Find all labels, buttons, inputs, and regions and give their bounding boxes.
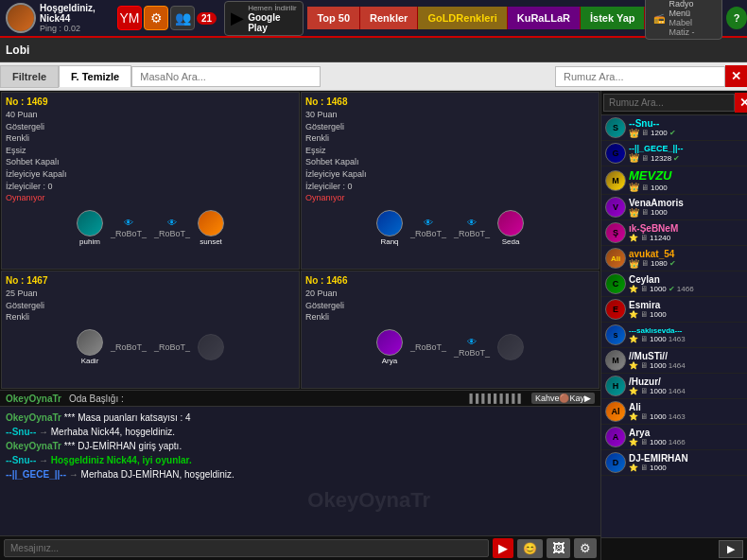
list-item-sebnem[interactable]: Ş ık-ŞeBNeM ⭐ 🖥 11240 bbox=[601, 220, 747, 246]
menu-btn-renkler[interactable]: Renkler bbox=[360, 7, 418, 29]
player-avatar-arya bbox=[376, 329, 403, 356]
rumuz-search-input[interactable] bbox=[555, 66, 725, 87]
player-name-ranq: Ranq bbox=[380, 237, 398, 246]
table-card-1468[interactable]: No : 1468 30 Puan Göstergeli Renkli Eşsi… bbox=[301, 92, 599, 270]
emoji-button[interactable]: 😊 bbox=[517, 539, 543, 558]
kahve-button[interactable]: Kahve🟤Kay▶ bbox=[531, 393, 595, 404]
table-ref-musti: 1464 bbox=[669, 361, 686, 370]
crown-icon-avukat: 👑 bbox=[629, 259, 639, 269]
filter-button[interactable]: Filtrele bbox=[0, 65, 59, 88]
monitor-icon-huzur: 🖥 bbox=[640, 387, 648, 395]
gp-small-text: Hemen İndirilir bbox=[248, 4, 297, 12]
google-play-button[interactable]: ▶ Hemen İndirilir Google Play bbox=[224, 1, 304, 36]
ym-badge[interactable]: YM bbox=[117, 6, 142, 30]
eye-icon-5[interactable]: 👁 bbox=[467, 337, 477, 347]
chat-extra-button-2[interactable]: ⚙ bbox=[574, 538, 597, 558]
table-card-1467[interactable]: No : 1467 25 Puan Göstergeli Renkli Kadi… bbox=[1, 271, 300, 389]
msg1-text: *** Masa puanları katsayısı : 4 bbox=[64, 412, 191, 423]
robot-name-6: _RoBoT_ bbox=[154, 342, 190, 352]
crown-icon-gece: 👑 bbox=[629, 153, 639, 163]
msg4-arrow: → bbox=[39, 455, 51, 465]
chat-send-button[interactable]: ▶ bbox=[493, 538, 513, 558]
list-item-snu[interactable]: S --Snu-- 👑 🖥 1200 ✔ bbox=[601, 115, 747, 141]
radio-menu-button[interactable]: 📻 Radyo Menü Mabel Matiz - bbox=[645, 0, 722, 40]
table-card-1469[interactable]: No : 1469 40 Puan Göstergeli Renkli Eşsi… bbox=[1, 92, 300, 270]
monitor-icon-musti: 🖥 bbox=[640, 361, 648, 370]
avatar-saklisevda: s bbox=[605, 324, 626, 345]
players-row-1469: puhim 👁 _RoBoT_ 👁 _RoBoT_ sunset bbox=[6, 206, 295, 250]
crown-icon-snu: 👑 bbox=[629, 129, 639, 138]
radio-menu-label: Radyo Menü bbox=[669, 0, 714, 18]
eye-icon-1[interactable]: 👁 bbox=[124, 218, 133, 228]
monitor-icon-arya: 🖥 bbox=[640, 438, 648, 446]
username-saklisevda: ---saklısevda--- bbox=[629, 326, 743, 335]
stats-musti: ⭐ 🖥 1000 1464 bbox=[629, 361, 743, 370]
stats-snu: 👑 🖥 1200 ✔ bbox=[629, 129, 743, 138]
masa-search-input[interactable] bbox=[131, 66, 321, 87]
list-item-avukat[interactable]: Ali avukat_54 👑 🖥 1080 ✔ bbox=[601, 246, 747, 271]
list-item-arya[interactable]: A Arya ⭐ 🖥 1000 1466 bbox=[601, 425, 747, 450]
list-item-ceylan[interactable]: C Ceylan ⭐ 🖥 1000 ✔ 1466 bbox=[601, 271, 747, 297]
chat-msg-1: OkeyOynaTr *** Masa puanları katsayısı :… bbox=[6, 411, 595, 425]
username-djemirhan: DJ-EMİRHAN bbox=[629, 453, 743, 464]
eye-icon-2[interactable]: 👁 bbox=[167, 218, 177, 228]
check-icon-avukat: ✔ bbox=[669, 259, 676, 268]
menu-btn-top50[interactable]: Top 50 bbox=[307, 7, 360, 29]
list-item-venaamoris[interactable]: V VenaAmoris 👑 🖥 1000 bbox=[601, 195, 747, 220]
list-item-gece[interactable]: G --||_GECE_||-- 👑 🖥 12328 ✔ bbox=[601, 141, 747, 166]
chat-input[interactable] bbox=[4, 539, 489, 557]
username-huzur: /Huzur/ bbox=[629, 376, 743, 387]
player-avatar-seda bbox=[497, 210, 524, 236]
user-info-arya: Arya ⭐ 🖥 1000 1466 bbox=[629, 428, 743, 446]
eye-icon-3[interactable]: 👁 bbox=[424, 218, 433, 228]
user-info-musti: //MuSTi// ⭐ 🖥 1000 1464 bbox=[629, 351, 743, 370]
table-ref-ali: 1463 bbox=[669, 412, 686, 421]
points-ali: 1000 bbox=[650, 412, 667, 421]
right-nav-next-button[interactable]: ▶ bbox=[719, 540, 743, 558]
star-icon-sebnem: ⭐ bbox=[629, 234, 638, 242]
username-esmira: Esmira bbox=[629, 300, 743, 310]
friends-icon[interactable]: 👥 bbox=[170, 6, 195, 30]
help-button[interactable]: ? bbox=[726, 7, 747, 29]
user-info-djemirhan: DJ-EMİRHAN ⭐ 🖥 1000 bbox=[629, 453, 743, 472]
list-item-huzur[interactable]: H /Huzur/ ⭐ 🖥 1000 1464 bbox=[601, 374, 747, 399]
player-slot-seda: Seda bbox=[497, 210, 524, 246]
avatar-ceylan: C bbox=[605, 273, 626, 294]
monitor-icon-ali: 🖥 bbox=[640, 412, 648, 421]
monitor-icon-ceylan: 🖥 bbox=[640, 285, 648, 293]
list-item-ali[interactable]: Al Ali ⭐ 🖥 1000 1463 bbox=[601, 399, 747, 425]
table-ref-ceylan: 1466 bbox=[677, 285, 694, 293]
chat-msg-4: --Snu-- → Hoşgeldiniz Nick44, iyi oyunla… bbox=[6, 453, 595, 467]
list-item-mevzu[interactable]: M MEVZU 👑 🖥 1000 bbox=[601, 166, 747, 195]
chat-area: OkeyOynaTr Oda Başlığı : ▌▌▌▌▌▌▌▌▌ Kahve… bbox=[0, 390, 600, 560]
eye-icon-4[interactable]: 👁 bbox=[467, 218, 477, 228]
player-slot-r7: _RoBoT_ bbox=[410, 342, 446, 352]
monitor-icon-sebnem: 🖥 bbox=[640, 234, 648, 242]
list-item-djemirhan[interactable]: D DJ-EMİRHAN ⭐ 🖥 1000 bbox=[601, 450, 747, 476]
notification-badge[interactable]: 21 bbox=[197, 12, 217, 25]
menu-btn-goldrenkler[interactable]: GoLDRenkleri bbox=[418, 7, 507, 29]
points-gece: 12328 bbox=[651, 154, 671, 163]
menu-btn-istek[interactable]: İstek Yap bbox=[581, 7, 646, 29]
chat-extra-button-1[interactable]: 🖼 bbox=[547, 538, 570, 558]
user-nick: Nick44 bbox=[40, 13, 70, 24]
main-content: No : 1469 40 Puan Göstergeli Renkli Eşsi… bbox=[0, 91, 747, 560]
table-card-1466[interactable]: No : 1466 20 Puan Göstergeli Renkli Arya… bbox=[301, 271, 599, 389]
robot-name-7: _RoBoT_ bbox=[410, 342, 446, 352]
username-arya: Arya bbox=[629, 428, 743, 438]
player-slot-r4: 👁 _RoBoT_ bbox=[454, 218, 490, 238]
list-item-musti[interactable]: M //MuSTi// ⭐ 🖥 1000 1464 bbox=[601, 348, 747, 374]
stats-ali: ⭐ 🖥 1000 1463 bbox=[629, 412, 743, 421]
menu-btn-kurallar[interactable]: KuRaLLaR bbox=[508, 7, 581, 29]
check-icon-snu: ✔ bbox=[669, 129, 676, 137]
msg2-user: --Snu-- bbox=[6, 427, 39, 437]
list-item-esmira[interactable]: E Esmira ⭐ 🖥 1000 bbox=[601, 297, 747, 323]
temizle-button[interactable]: F. Temizle bbox=[59, 65, 131, 87]
right-search-input[interactable] bbox=[603, 94, 735, 112]
settings-icon[interactable]: ⚙ bbox=[144, 6, 168, 30]
player-slot-2: 👁 _RoBoT_ bbox=[111, 218, 147, 238]
list-item-saklisevda[interactable]: s ---saklısevda--- ⭐ 🖥 1000 1463 bbox=[601, 323, 747, 348]
right-search-clear-button[interactable]: ✕ bbox=[735, 93, 747, 113]
rumuz-clear-button[interactable]: ✕ bbox=[725, 65, 747, 87]
player-slot-r3: 👁 _RoBoT_ bbox=[410, 218, 446, 238]
